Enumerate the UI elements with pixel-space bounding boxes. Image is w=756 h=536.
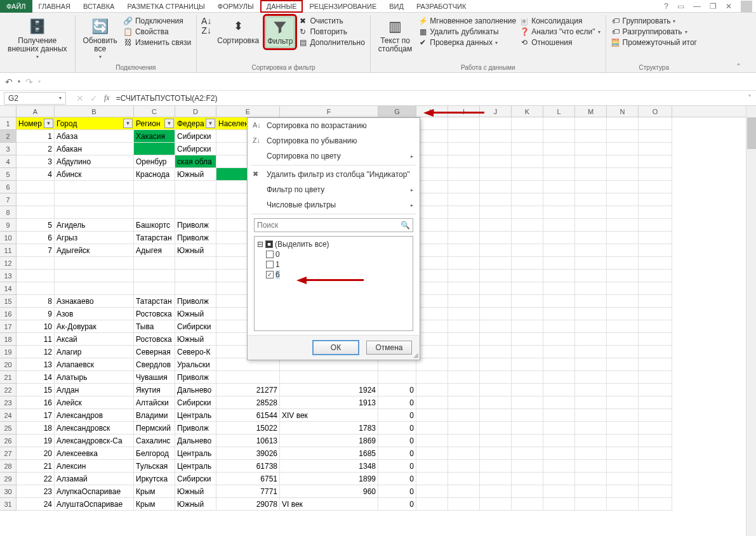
cell[interactable] — [17, 282, 55, 295]
row-header[interactable]: 30 — [0, 485, 17, 498]
cell[interactable] — [448, 193, 480, 206]
cell[interactable] — [575, 346, 607, 358]
cell[interactable] — [416, 219, 448, 232]
filter-cancel-button[interactable]: Отмена — [366, 341, 412, 355]
cell[interactable]: 0 — [378, 396, 416, 409]
cell[interactable]: Ростовска — [134, 333, 175, 346]
cell[interactable] — [639, 155, 672, 168]
edit-links-button[interactable]: ⛓Изменить связи — [124, 38, 191, 47]
cell[interactable] — [480, 333, 512, 346]
cell[interactable] — [575, 485, 607, 498]
cell[interactable] — [607, 155, 639, 168]
cell[interactable] — [480, 257, 512, 270]
cell[interactable] — [575, 371, 607, 384]
cell[interactable] — [639, 117, 672, 130]
cell[interactable] — [480, 396, 512, 409]
cell[interactable] — [543, 384, 575, 396]
cell[interactable] — [575, 498, 607, 511]
cell[interactable]: 0 — [378, 473, 416, 485]
cell[interactable] — [416, 485, 448, 498]
cell[interactable]: Алейск — [55, 396, 134, 409]
cell[interactable]: Адыгейск — [55, 244, 134, 257]
cell[interactable] — [543, 155, 575, 168]
cell[interactable] — [512, 435, 543, 447]
cell[interactable]: 22 — [17, 473, 55, 485]
cell[interactable] — [607, 333, 639, 346]
cell[interactable]: Аксай — [55, 333, 134, 346]
cell[interactable] — [607, 346, 639, 358]
remove-duplicates-button[interactable]: ▦Удалить дубликаты — [418, 27, 516, 36]
cell[interactable]: Сибирски — [175, 396, 216, 409]
cell[interactable] — [480, 498, 512, 511]
cell[interactable]: 28528 — [216, 396, 280, 409]
cell[interactable] — [607, 130, 639, 143]
cell[interactable]: XIV век — [280, 409, 378, 422]
cell[interactable]: Дальнево — [175, 435, 216, 447]
advanced-filter-button[interactable]: ▤Дополнительно — [298, 38, 364, 47]
cell[interactable] — [575, 333, 607, 346]
cell[interactable] — [17, 193, 55, 206]
cell[interactable]: Дальнево — [175, 384, 216, 396]
cell[interactable]: 61544 — [216, 409, 280, 422]
cell[interactable] — [512, 308, 543, 320]
cell[interactable]: ская обла — [175, 155, 216, 168]
cell[interactable]: Уральски — [175, 358, 216, 371]
cell[interactable] — [543, 219, 575, 232]
cell[interactable] — [416, 346, 448, 358]
row-header[interactable]: 28 — [0, 460, 17, 473]
enter-formula-icon[interactable]: ✓ — [90, 93, 98, 103]
cell[interactable] — [639, 232, 672, 244]
cell[interactable] — [543, 143, 575, 155]
cell[interactable] — [55, 270, 134, 282]
cell[interactable] — [543, 485, 575, 498]
cell[interactable] — [134, 143, 175, 155]
cell[interactable]: Алапаевск — [55, 358, 134, 371]
cell[interactable] — [175, 206, 216, 219]
cell[interactable] — [607, 384, 639, 396]
cell[interactable] — [175, 257, 216, 270]
cell[interactable]: 7 — [17, 244, 55, 257]
cell[interactable] — [416, 181, 448, 193]
cell[interactable] — [416, 244, 448, 257]
cell[interactable]: 1685 — [280, 447, 378, 460]
cell[interactable] — [575, 143, 607, 155]
cell[interactable] — [512, 232, 543, 244]
cell[interactable] — [280, 371, 378, 384]
cell[interactable]: Александров — [55, 409, 134, 422]
cell[interactable] — [575, 168, 607, 181]
cell[interactable] — [607, 219, 639, 232]
cell[interactable] — [512, 295, 543, 308]
cell[interactable]: Северная — [134, 346, 175, 358]
cell[interactable]: Абинск — [55, 168, 134, 181]
cell[interactable] — [448, 295, 480, 308]
name-box[interactable]: G2▾ — [4, 92, 66, 105]
filter-value-1[interactable]: 1 — [257, 259, 410, 270]
cell[interactable] — [448, 143, 480, 155]
row-header[interactable]: 25 — [0, 422, 17, 435]
cell[interactable] — [512, 181, 543, 193]
cell[interactable] — [512, 320, 543, 333]
cell[interactable] — [575, 396, 607, 409]
cell[interactable] — [639, 244, 672, 257]
cell[interactable] — [607, 168, 639, 181]
cell[interactable]: 10613 — [216, 435, 280, 447]
cell[interactable]: Южный — [175, 485, 216, 498]
filter-search-input[interactable] — [257, 221, 401, 230]
cell[interactable]: 16 — [17, 396, 55, 409]
cell[interactable] — [607, 244, 639, 257]
cell[interactable]: 1348 — [280, 460, 378, 473]
cell[interactable] — [512, 130, 543, 143]
cell[interactable]: Алзамай — [55, 473, 134, 485]
cell[interactable]: 0 — [378, 447, 416, 460]
cell[interactable]: Приволж — [175, 371, 216, 384]
cell[interactable]: Приволж — [175, 295, 216, 308]
cell[interactable]: Азов — [55, 308, 134, 320]
cell[interactable] — [543, 346, 575, 358]
cell[interactable] — [639, 485, 672, 498]
cell[interactable] — [448, 308, 480, 320]
cell[interactable] — [639, 384, 672, 396]
cell[interactable] — [512, 396, 543, 409]
cell[interactable]: Тульская — [134, 460, 175, 473]
cell[interactable] — [543, 358, 575, 371]
filter-values-tree[interactable]: ⊟■(Выделить все) 0 1 ✓6 — [254, 236, 413, 331]
